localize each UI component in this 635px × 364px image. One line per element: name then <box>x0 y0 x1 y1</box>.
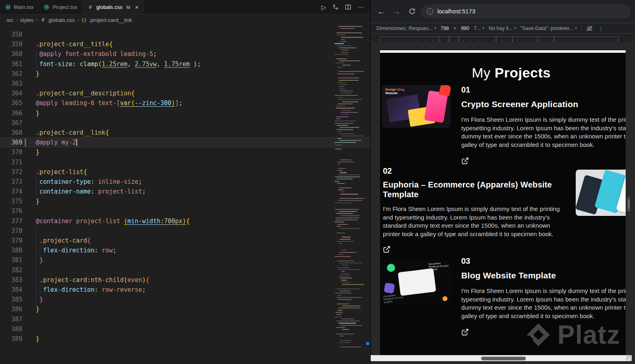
split-editor-icon[interactable] <box>345 4 351 10</box>
code-text: } <box>36 256 43 264</box>
editor-actions: ▷ ⋯ <box>315 0 370 14</box>
code-line-377[interactable]: 377@container project-list (min-width:70… <box>0 216 370 226</box>
open-changes-icon[interactable] <box>333 4 339 10</box>
code-line-364[interactable]: 364.project-card__description{ <box>0 88 370 98</box>
code-line-372[interactable]: 372.project-list{ <box>0 167 370 177</box>
project-image-design-blog[interactable]: Design Blog Website <box>382 85 451 128</box>
code-line-380[interactable]: 380 flex-direction: row; <box>0 246 370 255</box>
code-line-358[interactable]: 358 <box>0 30 370 39</box>
minimap-line <box>340 172 347 173</box>
external-link-icon[interactable] <box>461 328 469 336</box>
code-line-382[interactable]: 382 <box>0 265 370 275</box>
code-line-368[interactable]: 368.project-card__link{ <box>0 128 370 138</box>
tab-main-tsx[interactable]: Main.tsx <box>0 0 39 14</box>
minimap-line <box>334 54 348 55</box>
external-link-icon[interactable] <box>461 157 469 165</box>
viewport-resize-handle[interactable] <box>627 197 630 211</box>
code-line-376[interactable]: 376 <box>0 206 370 216</box>
url-text: localhost:5173 <box>437 8 475 15</box>
code-line-365[interactable]: 365@apply leading-6 text-[var(--zinc-300… <box>0 98 370 108</box>
line-number: 381 <box>0 256 22 264</box>
resize-grip-icon[interactable] <box>626 355 632 361</box>
line-number: 360 <box>0 50 22 58</box>
code-line-370[interactable]: 370} <box>0 147 370 157</box>
tab-globals-css[interactable]: #globals.cssM× <box>82 0 144 14</box>
code-line-363[interactable]: 363 <box>0 79 370 88</box>
code-line-361[interactable]: 361 font-size: clamp(1.25rem, 2.75vw, 1.… <box>0 59 370 69</box>
back-icon[interactable]: ← <box>375 5 388 18</box>
throttling-dropdown[interactable]: No hay li... ▾ <box>488 26 516 31</box>
breadcrumb-item-src[interactable]: src <box>6 17 13 23</box>
breadcrumb-item-styles[interactable]: styles <box>20 17 33 23</box>
code-line-367[interactable]: 367 <box>0 118 370 128</box>
minimap-line <box>336 327 345 328</box>
breadcrumb-item-symbol[interactable]: .project-card__link <box>89 17 132 23</box>
code-text: @container project-list (min-width:700px… <box>36 218 190 225</box>
minimap-line <box>335 106 346 106</box>
code-line-387[interactable]: 387 <box>0 314 370 324</box>
save-data-dropdown[interactable]: "Save-Data": predeter... ▾ <box>520 26 577 31</box>
code-line-378[interactable]: 378 <box>0 226 370 236</box>
chevron-right-icon: › <box>36 17 38 23</box>
code-line-379[interactable]: 379 .project-card{ <box>0 236 370 246</box>
url-bar[interactable]: i localhost:5173 <box>421 4 631 18</box>
device-type-dropdown[interactable]: Dimensiones: Respues... ▾ <box>376 26 436 31</box>
code-line-388[interactable]: 388 <box>0 324 370 334</box>
project-card: 02 Euphoria – Ecommerce (Apparels) Websi… <box>383 166 626 255</box>
toolbar-separator <box>581 25 582 31</box>
breadcrumb: src › styles › # globals.css › {} .proje… <box>0 15 370 25</box>
code-line-384[interactable]: 384 flex-direction: row-reverse; <box>0 285 370 295</box>
thumb-shape <box>398 268 436 296</box>
viewport-width-input[interactable]: 798 <box>441 26 449 31</box>
minimap-line <box>339 90 353 91</box>
scrollbar-thumb[interactable] <box>481 357 526 360</box>
project-image-ecommerce[interactable] <box>576 170 626 216</box>
code-line-375[interactable]: 375} <box>0 196 370 206</box>
minimap-line <box>339 140 361 141</box>
minimap-line <box>338 78 360 78</box>
forward-icon[interactable]: → <box>390 5 403 18</box>
git-modified-gutter <box>25 138 26 146</box>
external-link-icon[interactable] <box>383 246 391 254</box>
line-number: 384 <box>0 286 22 293</box>
code-line-371[interactable]: 371 <box>0 157 370 167</box>
minimap[interactable] <box>333 26 365 355</box>
code-line-369[interactable]: 369@apply my-2 <box>0 138 370 147</box>
code-line-359[interactable]: 359.project-card__title{ <box>0 39 370 49</box>
reload-icon[interactable] <box>406 5 419 18</box>
code-line-386[interactable]: 386} <box>0 304 370 314</box>
screenshot-disabled-icon[interactable] <box>586 25 593 32</box>
code-line-374[interactable]: 374 container-name: project-list; <box>0 187 370 196</box>
site-info-icon[interactable]: i <box>427 8 433 15</box>
vscode-editor: Main.tsxProject.tsx#globals.cssM× ▷ ⋯ sr… <box>0 0 371 364</box>
minimap-line <box>341 50 349 50</box>
more-actions-icon[interactable]: ⋯ <box>358 4 364 11</box>
viewport-height-input[interactable]: 990 <box>461 26 469 31</box>
run-button[interactable]: ▷ <box>321 4 326 11</box>
zoom-dropdown[interactable]: 7... ▾ <box>474 26 484 31</box>
close-tab-icon[interactable]: × <box>135 4 139 10</box>
breadcrumb-item-file[interactable]: globals.css <box>49 17 75 23</box>
code-line-360[interactable]: 360 @apply font-extrabold leading-5; <box>0 49 370 59</box>
code-line-381[interactable]: 381 } <box>0 255 370 265</box>
code-editor-area[interactable]: 358359.project-card__title{360 @apply fo… <box>0 25 370 364</box>
browser-toolbar: ← → i localhost:5173 <box>371 0 635 23</box>
project-image-blog[interactable]: Get perfect freelancer for your projects… <box>382 260 451 305</box>
code-line-362[interactable]: 362} <box>0 69 370 79</box>
minimap-line <box>337 224 348 225</box>
code-line-385[interactable]: 385 } <box>0 295 370 304</box>
code-line-383[interactable]: 383 .project-card:nth-child(even){ <box>0 275 370 285</box>
horizontal-scrollbar[interactable] <box>371 355 632 361</box>
ruler-segment <box>538 37 554 42</box>
tab-project-tsx[interactable]: Project.tsx <box>39 0 82 14</box>
minimap-line <box>337 226 341 227</box>
code-text: @apply font-extrabold leading-5; <box>36 50 157 58</box>
minimap-line <box>339 252 356 253</box>
minimap-line <box>339 47 356 48</box>
code-text: @apply leading-6 text-[var(--zinc-300)]; <box>36 99 182 107</box>
code-line-366[interactable]: 366} <box>0 108 370 118</box>
minimap-line <box>339 243 343 244</box>
more-options-icon[interactable]: ⋮ <box>598 25 604 32</box>
code-line-373[interactable]: 373 container-type: inline-size; <box>0 177 370 187</box>
code-line-389[interactable]: 389} <box>0 334 370 344</box>
